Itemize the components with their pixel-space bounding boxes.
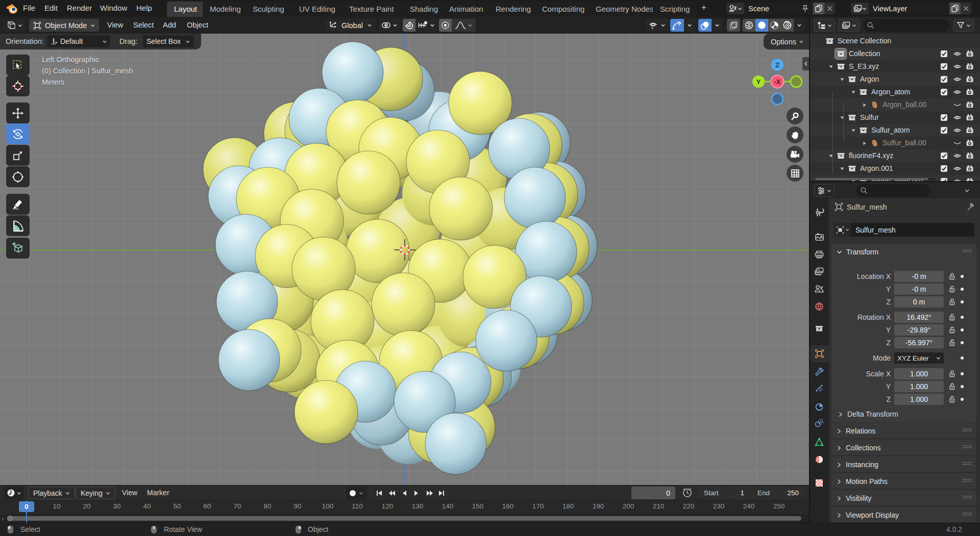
svg-text:-X: -X <box>774 78 781 86</box>
svg-text:Z: Z <box>775 61 779 69</box>
svg-text:Y: Y <box>756 78 761 86</box>
